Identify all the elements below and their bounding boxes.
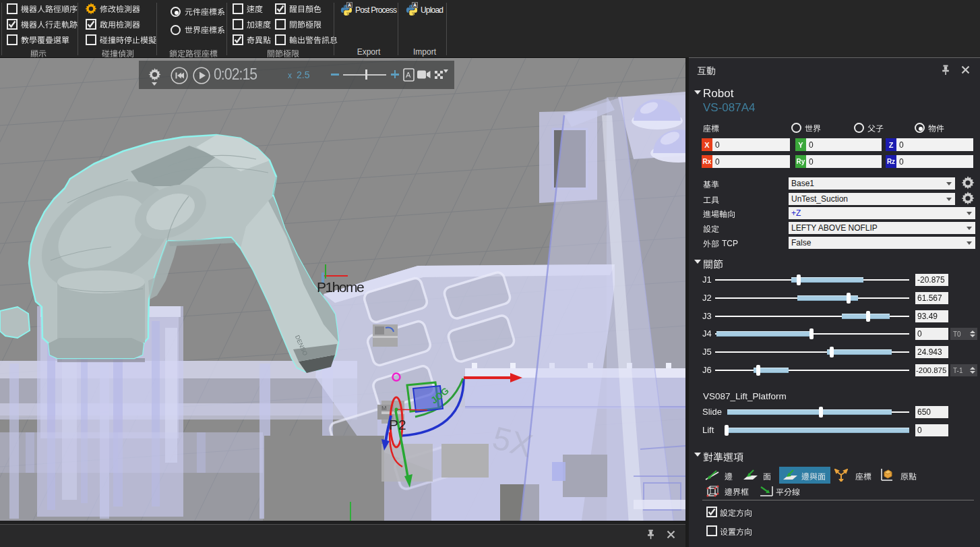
svg-text:P1home: P1home bbox=[317, 279, 364, 295]
svg-text:A: A bbox=[406, 71, 411, 79]
svg-text:M: M bbox=[381, 405, 387, 411]
svg-text:P2: P2 bbox=[389, 417, 406, 432]
